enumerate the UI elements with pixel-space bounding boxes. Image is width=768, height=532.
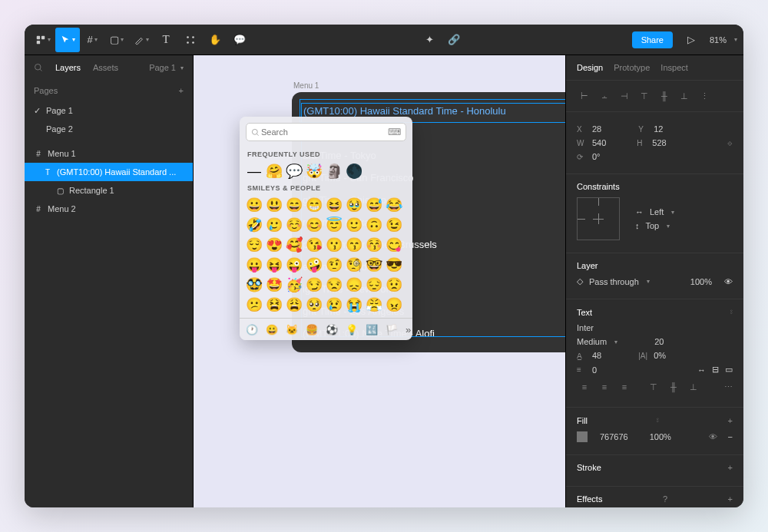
emoji-category-tab[interactable]: »	[406, 323, 411, 335]
emoji[interactable]: 🥲	[266, 216, 283, 233]
page-select[interactable]: Page 1▾	[149, 63, 184, 72]
emoji[interactable]: 😚	[366, 236, 382, 253]
line-height[interactable]: 48	[592, 351, 601, 360]
emoji[interactable]: 😂	[386, 197, 402, 213]
align-left-icon[interactable]: ⊢	[577, 88, 592, 104]
x-input[interactable]: 28	[592, 124, 601, 134]
component-icon[interactable]: ✦	[417, 28, 442, 52]
text-valign-bot-icon[interactable]: ⊥	[686, 379, 701, 395]
y-input[interactable]: 12	[654, 124, 663, 134]
fill-hex[interactable]: 767676	[600, 432, 628, 441]
constraint-v[interactable]: Top	[646, 221, 660, 230]
emoji[interactable]: 🥺	[306, 296, 323, 313]
emoji[interactable]: 🤯	[306, 163, 323, 180]
design-tab[interactable]: Design	[577, 63, 603, 72]
emoji[interactable]: 😜	[286, 256, 303, 273]
emoji[interactable]: 😌	[246, 236, 263, 253]
emoji-category-tab[interactable]: 🔣	[366, 323, 378, 335]
move-tool-icon[interactable]: ▾	[55, 28, 80, 52]
align-more-icon[interactable]: ⋮	[697, 88, 712, 104]
text-style-icon[interactable]: ⦂	[730, 307, 733, 317]
layer-item[interactable]: ▢Rectangle 1	[25, 181, 193, 200]
assets-tab[interactable]: Assets	[93, 63, 118, 72]
emoji[interactable]: 😀	[246, 197, 263, 213]
constrain-icon[interactable]: ⟐	[727, 138, 733, 147]
emoji[interactable]: 😏	[306, 276, 323, 293]
emoji[interactable]: 😙	[346, 236, 362, 253]
emoji[interactable]: 🗿	[326, 163, 343, 180]
emoji[interactable]: 😊	[306, 216, 323, 233]
emoji-category-tab[interactable]: 🐱	[286, 323, 298, 335]
layer-item[interactable]: #Menu 1	[25, 144, 193, 163]
autowidth-icon[interactable]: ↔	[697, 365, 706, 375]
hand-tool-icon[interactable]: ✋	[203, 28, 227, 52]
constraint-h[interactable]: Left	[650, 207, 664, 216]
emoji[interactable]: 😔	[366, 276, 382, 293]
eye-icon[interactable]: 👁	[709, 432, 717, 441]
emoji[interactable]: 🥸	[246, 276, 263, 293]
rotation-input[interactable]: 0°	[592, 152, 601, 161]
search-icon[interactable]	[34, 63, 43, 72]
emoji[interactable]: 🥹	[346, 197, 362, 213]
text-align-right-icon[interactable]: ≡	[617, 379, 632, 395]
emoji[interactable]: 🤨	[326, 256, 343, 273]
emoji[interactable]: 😅	[366, 197, 382, 213]
keyboard-icon[interactable]: ⌨	[388, 127, 401, 137]
emoji[interactable]: 😆	[326, 197, 343, 213]
emoji[interactable]: 🧐	[346, 256, 362, 273]
emoji[interactable]: ☺️	[286, 216, 303, 233]
emoji[interactable]: 🤗	[266, 163, 283, 180]
font-family[interactable]: Inter	[577, 323, 594, 332]
h-input[interactable]: 528	[652, 138, 666, 147]
emoji[interactable]: —	[246, 163, 263, 180]
link-icon[interactable]: 🔗	[442, 28, 466, 52]
emoji-category-tab[interactable]: 🍔	[306, 323, 318, 335]
play-icon[interactable]: ▷	[679, 28, 703, 52]
emoji[interactable]: 🙃	[366, 216, 382, 233]
share-button[interactable]: Share	[632, 31, 673, 48]
emoji[interactable]: 🥳	[286, 276, 303, 293]
figma-menu-icon[interactable]: ▾	[31, 28, 55, 52]
add-effect-icon[interactable]: +	[728, 494, 733, 504]
page-item[interactable]: Page 1	[25, 101, 193, 120]
emoji[interactable]: 😟	[386, 276, 402, 293]
pen-tool-icon[interactable]: ▾	[129, 28, 154, 52]
text-align-center-icon[interactable]: ≡	[597, 379, 612, 395]
emoji[interactable]: 😝	[266, 256, 283, 273]
emoji[interactable]: 😃	[266, 197, 283, 213]
frame-tool-icon[interactable]: #▾	[80, 28, 104, 52]
fixed-icon[interactable]: ▭	[725, 365, 733, 375]
emoji[interactable]: 🤩	[266, 276, 283, 293]
resources-tool-icon[interactable]	[178, 28, 203, 52]
fill-style-icon[interactable]: ⦂	[657, 415, 659, 425]
opacity-input[interactable]: 100%	[690, 277, 712, 286]
letter-spacing[interactable]: 0%	[654, 351, 666, 360]
emoji[interactable]: 😋	[386, 236, 402, 253]
shape-tool-icon[interactable]: ▢▾	[104, 28, 129, 52]
emoji[interactable]: 🥰	[286, 236, 303, 253]
emoji[interactable]: 😫	[266, 296, 283, 313]
text-valign-top-icon[interactable]: ⊤	[646, 379, 661, 395]
remove-fill-icon[interactable]: −	[728, 432, 733, 441]
emoji[interactable]: 🤪	[306, 256, 323, 273]
emoji[interactable]: 🤓	[366, 256, 382, 273]
frame-label[interactable]: Menu 1	[293, 81, 319, 90]
emoji[interactable]: 😤	[366, 296, 382, 313]
emoji[interactable]: 😕	[246, 296, 263, 313]
help-icon[interactable]: ?	[663, 494, 667, 504]
emoji[interactable]: 😞	[346, 276, 362, 293]
emoji-category-tab[interactable]: 🕐	[246, 323, 258, 335]
text-tool-icon[interactable]: T	[154, 28, 178, 52]
emoji[interactable]: 😢	[326, 296, 343, 313]
text-valign-mid-icon[interactable]: ╫	[666, 379, 681, 395]
blend-mode[interactable]: Pass through	[589, 277, 639, 286]
layers-tab[interactable]: Layers	[55, 63, 81, 72]
emoji[interactable]: 😁	[306, 197, 323, 213]
add-fill-icon[interactable]: +	[728, 416, 733, 425]
emoji[interactable]: 😛	[246, 256, 263, 273]
emoji-category-tab[interactable]: 🏳️	[386, 323, 398, 335]
fill-swatch[interactable]	[577, 431, 588, 442]
fill-opacity[interactable]: 100%	[650, 432, 671, 441]
emoji[interactable]: 😇	[326, 216, 343, 233]
text-align-left-icon[interactable]: ≡	[577, 379, 592, 395]
